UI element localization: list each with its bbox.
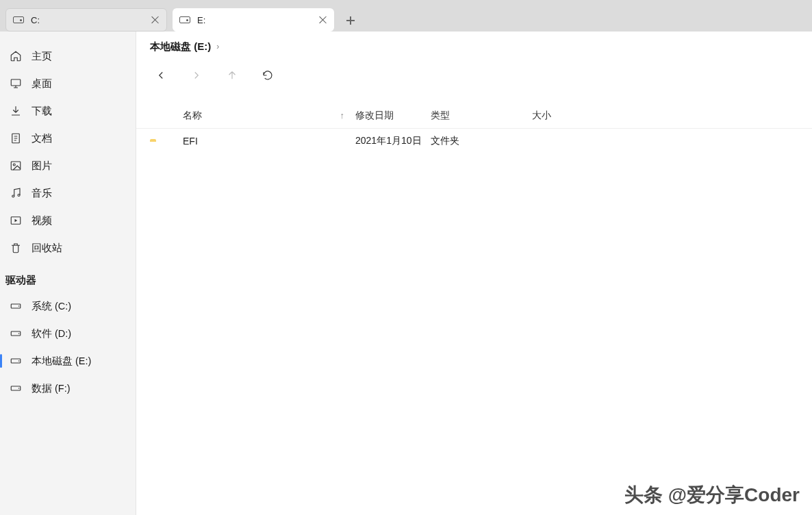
download-icon <box>10 105 22 117</box>
sidebar-item-label: 文档 <box>31 132 52 145</box>
refresh-button[interactable] <box>258 66 277 85</box>
column-header-date[interactable]: 修改日期 <box>355 110 431 122</box>
svg-point-5 <box>18 194 20 197</box>
home-icon <box>10 50 22 62</box>
sidebar-item-label: 回收站 <box>31 242 62 255</box>
sidebar-item-drive-d[interactable]: 软件 (D:) <box>0 320 136 347</box>
desktop-icon <box>10 77 22 90</box>
up-button[interactable] <box>223 66 242 85</box>
sidebar-item-documents[interactable]: 文档 <box>0 125 136 152</box>
sidebar-item-label: 桌面 <box>31 77 52 90</box>
sidebar-item-label: 视频 <box>31 214 52 227</box>
file-name: EFI <box>183 136 198 147</box>
sidebar-item-desktop[interactable]: 桌面 <box>0 70 136 97</box>
svg-point-14 <box>18 388 20 389</box>
video-icon <box>10 214 22 227</box>
main-panel: 本地磁盘 (E:) › 名称 ↑ 修改日期 类型 大小 EFI 2021年1月1… <box>136 32 812 515</box>
sidebar-item-videos[interactable]: 视频 <box>0 207 136 234</box>
svg-point-12 <box>18 360 20 362</box>
list-item[interactable]: EFI 2021年1月10日 文件夹 <box>136 129 812 153</box>
svg-rect-0 <box>11 79 21 86</box>
sidebar-item-downloads[interactable]: 下载 <box>0 97 136 125</box>
breadcrumb-current: 本地磁盘 (E:) <box>150 40 211 53</box>
new-tab-button[interactable] <box>340 10 361 32</box>
tab-label: E: <box>197 15 312 25</box>
column-header-type[interactable]: 类型 <box>431 110 532 122</box>
sidebar-heading-drives: 驱动器 <box>0 262 136 292</box>
sidebar-item-label: 下载 <box>31 105 52 118</box>
nav-toolbar <box>136 62 812 89</box>
file-date: 2021年1月10日 <box>355 135 422 146</box>
music-icon <box>10 187 22 199</box>
sidebar-item-label: 数据 (F:) <box>31 382 71 395</box>
sidebar-item-drive-f[interactable]: 数据 (F:) <box>0 375 136 402</box>
sidebar-item-drive-e[interactable]: 本地磁盘 (E:) <box>0 347 136 375</box>
forward-button[interactable] <box>187 66 206 85</box>
sidebar-item-label: 软件 (D:) <box>31 327 71 340</box>
sidebar-item-label: 系统 (C:) <box>31 300 71 313</box>
sidebar-item-home[interactable]: 主页 <box>0 42 136 70</box>
sidebar-item-recycle[interactable]: 回收站 <box>0 234 136 262</box>
list-header: 名称 ↑ 修改日期 类型 大小 <box>136 103 812 129</box>
picture-icon <box>10 160 22 172</box>
sidebar-item-label: 本地磁盘 (E:) <box>31 355 91 368</box>
sidebar-item-pictures[interactable]: 图片 <box>0 152 136 179</box>
back-button[interactable] <box>151 66 170 85</box>
drive-icon <box>10 327 22 340</box>
sidebar-item-drive-c[interactable]: 系统 (C:) <box>0 292 136 320</box>
chevron-right-icon: › <box>216 42 219 51</box>
trash-icon <box>10 242 22 254</box>
drive-icon <box>10 382 22 394</box>
drive-icon <box>10 300 22 312</box>
svg-point-4 <box>12 195 14 197</box>
tab-e[interactable]: E: <box>173 8 334 32</box>
drive-icon <box>13 16 24 23</box>
column-header-size[interactable]: 大小 <box>532 110 600 122</box>
tab-c[interactable]: C: <box>5 8 167 32</box>
svg-rect-2 <box>11 162 21 170</box>
svg-point-10 <box>18 333 20 334</box>
svg-point-8 <box>18 305 20 307</box>
drive-icon <box>10 355 22 367</box>
sidebar: 主页 桌面 下载 文档 图片 音乐 视频 回收站 驱动器 <box>0 32 136 515</box>
sidebar-item-label: 音乐 <box>31 187 52 200</box>
document-icon <box>10 132 22 145</box>
plus-icon <box>346 16 355 25</box>
sidebar-item-music[interactable]: 音乐 <box>0 179 136 207</box>
breadcrumb[interactable]: 本地磁盘 (E:) › <box>136 32 812 62</box>
sidebar-item-label: 主页 <box>31 50 52 63</box>
sidebar-item-label: 图片 <box>31 160 52 173</box>
tab-bar: C: E: <box>0 0 812 32</box>
sort-asc-icon: ↑ <box>340 110 345 121</box>
column-header-name[interactable]: 名称 ↑ <box>183 110 355 122</box>
tab-label: C: <box>31 15 144 25</box>
close-icon[interactable] <box>319 16 327 24</box>
drive-icon <box>179 16 190 23</box>
close-icon[interactable] <box>151 16 160 24</box>
svg-point-3 <box>13 164 15 166</box>
file-type: 文件夹 <box>431 135 459 146</box>
